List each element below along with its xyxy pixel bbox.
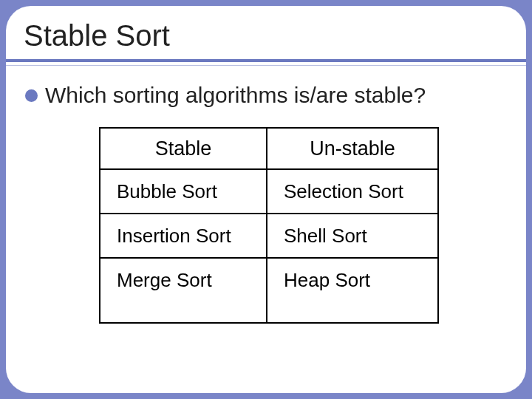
cell-unstable: Heap Sort xyxy=(267,258,438,323)
table-row: Merge Sort Heap Sort xyxy=(100,258,438,323)
table-row: Insertion Sort Shell Sort xyxy=(100,214,438,258)
slide-card: Stable Sort Which sorting algorithms is/… xyxy=(6,6,526,393)
divider-thin xyxy=(6,65,526,66)
table-row: Bubble Sort Selection Sort xyxy=(100,169,438,214)
divider-thick xyxy=(6,59,526,62)
cell-stable: Insertion Sort xyxy=(100,214,267,258)
col-header-unstable: Un-stable xyxy=(267,128,438,169)
bullet-row: Which sorting algorithms is/are stable? xyxy=(25,83,507,108)
title-wrap: Stable Sort xyxy=(6,6,526,57)
slide: Stable Sort Which sorting algorithms is/… xyxy=(0,0,532,399)
bullet-icon xyxy=(25,89,38,102)
cell-stable: Bubble Sort xyxy=(100,169,267,214)
cell-unstable: Shell Sort xyxy=(267,214,438,258)
col-header-stable: Stable xyxy=(100,128,267,169)
slide-title: Stable Sort xyxy=(24,19,508,52)
stability-table: Stable Un-stable Bubble Sort Selection S… xyxy=(99,127,439,324)
cell-unstable: Selection Sort xyxy=(267,169,438,214)
table-header-row: Stable Un-stable xyxy=(100,128,438,169)
slide-content: Which sorting algorithms is/are stable? … xyxy=(25,83,507,324)
cell-stable: Merge Sort xyxy=(100,258,267,323)
bullet-text: Which sorting algorithms is/are stable? xyxy=(45,83,426,108)
